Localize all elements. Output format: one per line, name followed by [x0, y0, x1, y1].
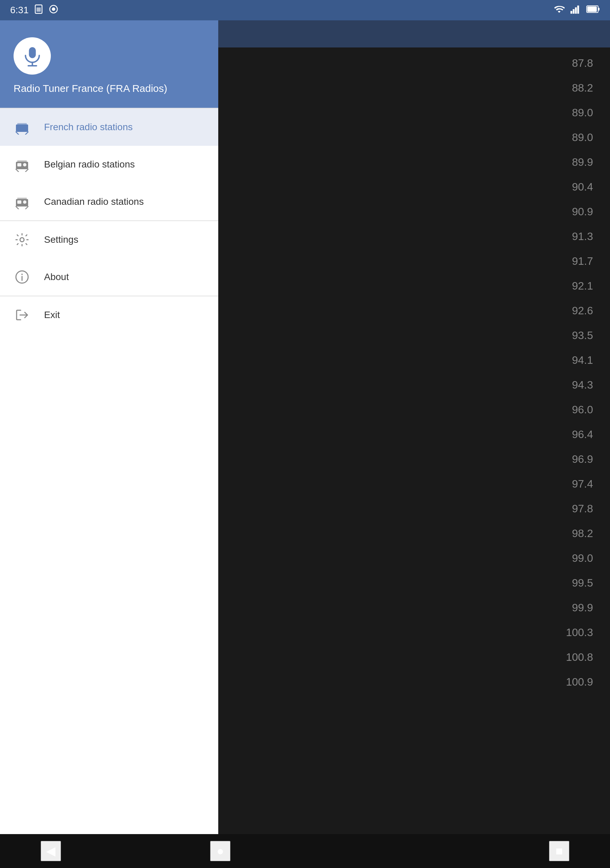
sidebar-item-settings[interactable]: Settings	[0, 221, 218, 258]
svg-line-24	[16, 169, 19, 172]
info-icon	[14, 268, 31, 285]
svg-line-25	[25, 169, 28, 172]
sidebar-item-about[interactable]: About	[0, 258, 218, 296]
frequency-item[interactable]: 96.0	[218, 397, 610, 422]
svg-rect-7	[577, 5, 579, 14]
square-button[interactable]: ■	[549, 841, 569, 861]
frequency-item[interactable]: 100.8	[218, 645, 610, 670]
svg-rect-23	[17, 160, 27, 162]
svg-rect-11	[29, 47, 36, 58]
frequency-item[interactable]: 96.9	[218, 447, 610, 472]
frequency-item[interactable]: 91.3	[218, 224, 610, 249]
svg-rect-5	[573, 9, 574, 14]
frequency-item[interactable]: 96.4	[218, 422, 610, 447]
status-time: 6:31	[10, 5, 29, 16]
frequency-item[interactable]: 100.9	[218, 670, 610, 694]
radio-icon-french	[14, 119, 31, 136]
svg-point-22	[23, 163, 26, 166]
frequency-item[interactable]: 90.9	[218, 199, 610, 224]
frequency-item[interactable]: 88.2	[218, 76, 610, 100]
svg-rect-4	[570, 11, 572, 14]
belgian-stations-label: Belgian radio stations	[44, 159, 135, 170]
frequency-item[interactable]: 97.8	[218, 496, 610, 521]
about-label: About	[44, 271, 69, 282]
svg-line-19	[25, 132, 28, 135]
sidebar-item-canadian-stations[interactable]: Canadian radio stations	[0, 183, 218, 220]
bottom-nav: ◀ ● ■	[0, 834, 610, 868]
svg-point-35	[21, 274, 23, 275]
svg-rect-10	[587, 6, 597, 12]
frequency-item[interactable]: 91.7	[218, 249, 610, 274]
svg-point-32	[20, 238, 24, 242]
frequency-item[interactable]: 89.9	[218, 150, 610, 175]
settings-icon	[14, 231, 31, 248]
canadian-stations-label: Canadian radio stations	[44, 196, 144, 207]
svg-point-28	[23, 200, 26, 204]
svg-rect-17	[17, 123, 27, 124]
status-bar: 6:31	[0, 0, 610, 20]
settings-label: Settings	[44, 234, 78, 245]
frequency-item[interactable]: 92.1	[218, 274, 610, 298]
exit-label: Exit	[44, 310, 60, 321]
svg-rect-1	[36, 8, 41, 12]
svg-rect-6	[575, 8, 577, 14]
radio-icon-belgian	[14, 156, 31, 173]
radio-icon-canadian	[14, 193, 31, 210]
frequency-item[interactable]: 90.4	[218, 175, 610, 199]
sidebar-item-french-stations[interactable]: French radio stations	[0, 108, 218, 146]
frequency-item[interactable]: 89.0	[218, 125, 610, 150]
svg-rect-21	[17, 163, 21, 166]
signal-icon	[570, 4, 581, 17]
drawer: Radio Tuner France (FRA Radios) Frenc	[0, 20, 218, 834]
back-button[interactable]: ◀	[41, 841, 61, 861]
main-area: Radio Tuner France (FRA Radios) Frenc	[0, 20, 610, 834]
wifi-icon	[554, 4, 565, 17]
svg-rect-27	[17, 200, 21, 204]
svg-line-18	[16, 132, 19, 135]
svg-line-31	[25, 206, 28, 209]
frequency-item[interactable]: 100.3	[218, 620, 610, 645]
sim-icon	[34, 4, 44, 16]
drawer-header: Radio Tuner France (FRA Radios)	[0, 20, 218, 108]
sidebar-item-exit[interactable]: Exit	[0, 296, 218, 334]
home-button[interactable]: ●	[210, 841, 231, 861]
status-bar-left: 6:31	[10, 4, 59, 16]
microphone-icon	[21, 45, 43, 67]
svg-rect-29	[17, 198, 27, 199]
battery-icon	[586, 5, 600, 16]
drawer-nav: French radio stations Belgian radio stat…	[0, 108, 218, 834]
frequency-item[interactable]: 99.5	[218, 570, 610, 595]
frequency-item[interactable]: 98.2	[218, 521, 610, 546]
content-area: 87.888.289.089.089.990.490.991.391.792.1…	[218, 20, 610, 834]
frequency-item[interactable]: 99.9	[218, 595, 610, 620]
svg-rect-9	[598, 8, 599, 11]
frequency-item[interactable]: 94.1	[218, 348, 610, 373]
french-stations-label: French radio stations	[44, 122, 133, 133]
frequency-item[interactable]: 99.0	[218, 546, 610, 570]
svg-line-30	[16, 206, 19, 209]
frequency-item[interactable]: 87.8	[218, 51, 610, 76]
app-logo	[14, 37, 51, 74]
record-icon	[48, 4, 59, 16]
frequency-item[interactable]: 94.3	[218, 373, 610, 397]
svg-point-3	[52, 8, 55, 11]
frequency-item[interactable]: 89.0	[218, 100, 610, 125]
frequency-item[interactable]: 92.6	[218, 298, 610, 323]
frequency-list[interactable]: 87.888.289.089.089.990.490.991.391.792.1…	[218, 48, 610, 834]
svg-rect-15	[17, 126, 21, 129]
status-bar-right	[554, 4, 600, 17]
frequency-item[interactable]: 97.4	[218, 472, 610, 496]
content-header	[218, 20, 610, 48]
app-title: Radio Tuner France (FRA Radios)	[14, 83, 167, 94]
frequency-item[interactable]: 93.5	[218, 323, 610, 348]
svg-point-16	[23, 126, 26, 129]
sidebar-item-belgian-stations[interactable]: Belgian radio stations	[0, 146, 218, 183]
exit-icon	[14, 307, 31, 324]
